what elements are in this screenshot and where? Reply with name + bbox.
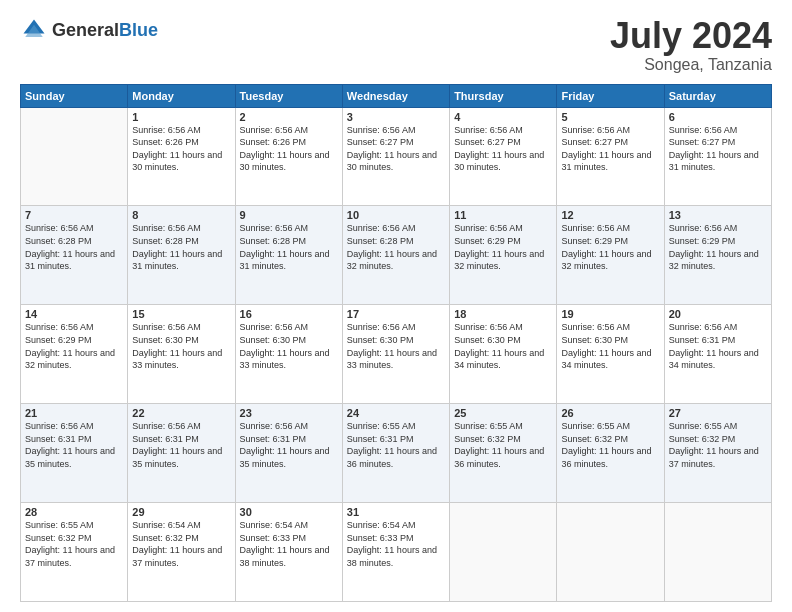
day-number: 16 bbox=[240, 308, 338, 320]
table-cell: 13Sunrise: 6:56 AMSunset: 6:29 PMDayligh… bbox=[664, 206, 771, 305]
day-info: Sunrise: 6:56 AMSunset: 6:30 PMDaylight:… bbox=[561, 321, 659, 371]
table-cell: 27Sunrise: 6:55 AMSunset: 6:32 PMDayligh… bbox=[664, 404, 771, 503]
calendar-page: GeneralBlue July 2024 Songea, Tanzania S… bbox=[0, 0, 792, 612]
day-info: Sunrise: 6:55 AMSunset: 6:32 PMDaylight:… bbox=[669, 420, 767, 470]
day-info: Sunrise: 6:56 AMSunset: 6:30 PMDaylight:… bbox=[132, 321, 230, 371]
col-saturday: Saturday bbox=[664, 84, 771, 107]
day-info: Sunrise: 6:56 AMSunset: 6:29 PMDaylight:… bbox=[25, 321, 123, 371]
table-cell: 7Sunrise: 6:56 AMSunset: 6:28 PMDaylight… bbox=[21, 206, 128, 305]
col-thursday: Thursday bbox=[450, 84, 557, 107]
logo-icon bbox=[20, 16, 48, 44]
table-cell bbox=[557, 503, 664, 602]
table-cell: 1Sunrise: 6:56 AMSunset: 6:26 PMDaylight… bbox=[128, 107, 235, 206]
calendar-row: 7Sunrise: 6:56 AMSunset: 6:28 PMDaylight… bbox=[21, 206, 772, 305]
col-sunday: Sunday bbox=[21, 84, 128, 107]
table-cell: 4Sunrise: 6:56 AMSunset: 6:27 PMDaylight… bbox=[450, 107, 557, 206]
table-cell: 31Sunrise: 6:54 AMSunset: 6:33 PMDayligh… bbox=[342, 503, 449, 602]
month-title: July 2024 bbox=[610, 16, 772, 56]
day-info: Sunrise: 6:56 AMSunset: 6:27 PMDaylight:… bbox=[454, 124, 552, 174]
col-monday: Monday bbox=[128, 84, 235, 107]
day-number: 9 bbox=[240, 209, 338, 221]
table-cell: 3Sunrise: 6:56 AMSunset: 6:27 PMDaylight… bbox=[342, 107, 449, 206]
table-cell: 18Sunrise: 6:56 AMSunset: 6:30 PMDayligh… bbox=[450, 305, 557, 404]
day-info: Sunrise: 6:56 AMSunset: 6:31 PMDaylight:… bbox=[240, 420, 338, 470]
day-number: 8 bbox=[132, 209, 230, 221]
day-number: 18 bbox=[454, 308, 552, 320]
calendar-row: 28Sunrise: 6:55 AMSunset: 6:32 PMDayligh… bbox=[21, 503, 772, 602]
day-info: Sunrise: 6:56 AMSunset: 6:28 PMDaylight:… bbox=[240, 222, 338, 272]
day-info: Sunrise: 6:55 AMSunset: 6:32 PMDaylight:… bbox=[561, 420, 659, 470]
day-info: Sunrise: 6:56 AMSunset: 6:29 PMDaylight:… bbox=[454, 222, 552, 272]
page-header: GeneralBlue July 2024 Songea, Tanzania bbox=[20, 16, 772, 74]
day-number: 6 bbox=[669, 111, 767, 123]
day-info: Sunrise: 6:56 AMSunset: 6:27 PMDaylight:… bbox=[347, 124, 445, 174]
day-info: Sunrise: 6:56 AMSunset: 6:28 PMDaylight:… bbox=[132, 222, 230, 272]
day-info: Sunrise: 6:56 AMSunset: 6:29 PMDaylight:… bbox=[561, 222, 659, 272]
day-number: 5 bbox=[561, 111, 659, 123]
table-cell bbox=[21, 107, 128, 206]
day-info: Sunrise: 6:56 AMSunset: 6:30 PMDaylight:… bbox=[454, 321, 552, 371]
day-number: 22 bbox=[132, 407, 230, 419]
logo-blue: Blue bbox=[119, 20, 158, 40]
day-number: 19 bbox=[561, 308, 659, 320]
day-number: 2 bbox=[240, 111, 338, 123]
day-info: Sunrise: 6:55 AMSunset: 6:32 PMDaylight:… bbox=[25, 519, 123, 569]
day-info: Sunrise: 6:56 AMSunset: 6:27 PMDaylight:… bbox=[561, 124, 659, 174]
calendar-row: 1Sunrise: 6:56 AMSunset: 6:26 PMDaylight… bbox=[21, 107, 772, 206]
table-cell: 16Sunrise: 6:56 AMSunset: 6:30 PMDayligh… bbox=[235, 305, 342, 404]
day-info: Sunrise: 6:56 AMSunset: 6:26 PMDaylight:… bbox=[240, 124, 338, 174]
day-number: 15 bbox=[132, 308, 230, 320]
table-cell: 26Sunrise: 6:55 AMSunset: 6:32 PMDayligh… bbox=[557, 404, 664, 503]
day-number: 26 bbox=[561, 407, 659, 419]
day-info: Sunrise: 6:56 AMSunset: 6:31 PMDaylight:… bbox=[132, 420, 230, 470]
day-info: Sunrise: 6:56 AMSunset: 6:26 PMDaylight:… bbox=[132, 124, 230, 174]
table-cell: 23Sunrise: 6:56 AMSunset: 6:31 PMDayligh… bbox=[235, 404, 342, 503]
day-number: 13 bbox=[669, 209, 767, 221]
day-number: 4 bbox=[454, 111, 552, 123]
table-cell: 2Sunrise: 6:56 AMSunset: 6:26 PMDaylight… bbox=[235, 107, 342, 206]
day-number: 10 bbox=[347, 209, 445, 221]
day-number: 1 bbox=[132, 111, 230, 123]
calendar-table: Sunday Monday Tuesday Wednesday Thursday… bbox=[20, 84, 772, 602]
day-number: 14 bbox=[25, 308, 123, 320]
day-info: Sunrise: 6:56 AMSunset: 6:31 PMDaylight:… bbox=[669, 321, 767, 371]
day-number: 31 bbox=[347, 506, 445, 518]
day-number: 21 bbox=[25, 407, 123, 419]
day-number: 29 bbox=[132, 506, 230, 518]
day-info: Sunrise: 6:56 AMSunset: 6:29 PMDaylight:… bbox=[669, 222, 767, 272]
col-friday: Friday bbox=[557, 84, 664, 107]
table-cell: 10Sunrise: 6:56 AMSunset: 6:28 PMDayligh… bbox=[342, 206, 449, 305]
day-info: Sunrise: 6:55 AMSunset: 6:32 PMDaylight:… bbox=[454, 420, 552, 470]
logo: GeneralBlue bbox=[20, 16, 158, 44]
day-info: Sunrise: 6:56 AMSunset: 6:30 PMDaylight:… bbox=[347, 321, 445, 371]
table-cell: 30Sunrise: 6:54 AMSunset: 6:33 PMDayligh… bbox=[235, 503, 342, 602]
table-cell bbox=[664, 503, 771, 602]
col-wednesday: Wednesday bbox=[342, 84, 449, 107]
day-info: Sunrise: 6:56 AMSunset: 6:30 PMDaylight:… bbox=[240, 321, 338, 371]
day-info: Sunrise: 6:55 AMSunset: 6:31 PMDaylight:… bbox=[347, 420, 445, 470]
day-info: Sunrise: 6:54 AMSunset: 6:32 PMDaylight:… bbox=[132, 519, 230, 569]
table-cell: 17Sunrise: 6:56 AMSunset: 6:30 PMDayligh… bbox=[342, 305, 449, 404]
day-number: 23 bbox=[240, 407, 338, 419]
day-number: 17 bbox=[347, 308, 445, 320]
table-cell: 5Sunrise: 6:56 AMSunset: 6:27 PMDaylight… bbox=[557, 107, 664, 206]
day-info: Sunrise: 6:54 AMSunset: 6:33 PMDaylight:… bbox=[347, 519, 445, 569]
table-cell: 28Sunrise: 6:55 AMSunset: 6:32 PMDayligh… bbox=[21, 503, 128, 602]
day-info: Sunrise: 6:56 AMSunset: 6:28 PMDaylight:… bbox=[347, 222, 445, 272]
table-cell: 8Sunrise: 6:56 AMSunset: 6:28 PMDaylight… bbox=[128, 206, 235, 305]
table-cell: 9Sunrise: 6:56 AMSunset: 6:28 PMDaylight… bbox=[235, 206, 342, 305]
day-number: 11 bbox=[454, 209, 552, 221]
day-number: 27 bbox=[669, 407, 767, 419]
table-cell: 15Sunrise: 6:56 AMSunset: 6:30 PMDayligh… bbox=[128, 305, 235, 404]
calendar-row: 21Sunrise: 6:56 AMSunset: 6:31 PMDayligh… bbox=[21, 404, 772, 503]
day-number: 24 bbox=[347, 407, 445, 419]
table-cell bbox=[450, 503, 557, 602]
table-cell: 20Sunrise: 6:56 AMSunset: 6:31 PMDayligh… bbox=[664, 305, 771, 404]
day-number: 20 bbox=[669, 308, 767, 320]
table-cell: 11Sunrise: 6:56 AMSunset: 6:29 PMDayligh… bbox=[450, 206, 557, 305]
table-cell: 25Sunrise: 6:55 AMSunset: 6:32 PMDayligh… bbox=[450, 404, 557, 503]
calendar-row: 14Sunrise: 6:56 AMSunset: 6:29 PMDayligh… bbox=[21, 305, 772, 404]
day-number: 12 bbox=[561, 209, 659, 221]
title-area: July 2024 Songea, Tanzania bbox=[610, 16, 772, 74]
table-cell: 24Sunrise: 6:55 AMSunset: 6:31 PMDayligh… bbox=[342, 404, 449, 503]
